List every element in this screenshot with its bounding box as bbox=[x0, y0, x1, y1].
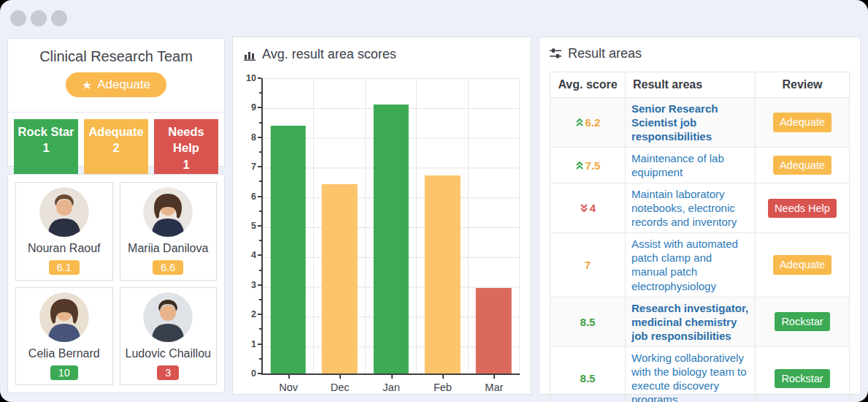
stat-label: Needs Help bbox=[155, 124, 217, 156]
y-axis-tick bbox=[259, 299, 261, 300]
team-stat-adequate: Adequate2 bbox=[84, 119, 148, 178]
avg-score-value: 7.5 bbox=[585, 159, 601, 172]
result-area-cell: Senior Research Scientist job responsibi… bbox=[626, 98, 756, 148]
chart-columns bbox=[263, 78, 520, 373]
member-score-badge: 6.1 bbox=[49, 260, 80, 275]
result-areas-table: Avg. scoreResult areasReview 6.2Senior R… bbox=[550, 72, 850, 402]
team-stat-rock-star: Rock Star1 bbox=[14, 119, 78, 178]
avg-score-cell: 4 bbox=[550, 183, 626, 233]
avg-score-cell: 8.5 bbox=[550, 297, 626, 346]
result-area-row[interactable]: 4Maintain laboratory notebooks, electron… bbox=[550, 183, 850, 233]
y-tick-label: 9 bbox=[251, 102, 256, 113]
y-axis-tick bbox=[258, 225, 261, 227]
stat-value: 1 bbox=[155, 156, 217, 172]
stat-label: Rock Star bbox=[15, 124, 77, 140]
y-axis-tick bbox=[259, 92, 261, 94]
team-members-panel: Nouran Raouf6.1Mariia Danilova6.6Celia B… bbox=[7, 174, 225, 393]
y-axis-tick bbox=[258, 373, 261, 374]
y-axis-tick bbox=[259, 328, 261, 330]
bar-chart-icon bbox=[244, 49, 256, 61]
review-badge: Needs Help bbox=[768, 199, 837, 218]
y-axis-tick bbox=[259, 240, 261, 241]
review-cell: Adequate bbox=[756, 233, 850, 297]
trend-up-icon bbox=[575, 118, 584, 127]
team-rating-label: Adequate bbox=[97, 77, 150, 92]
team-title: Clinical Research Team bbox=[8, 48, 224, 65]
member-name: Ludovic Chaillou bbox=[126, 347, 211, 360]
trend-up-icon bbox=[575, 161, 584, 170]
bar-dec[interactable] bbox=[322, 184, 358, 373]
avg-score-value: 8.5 bbox=[580, 316, 596, 328]
member-avatar bbox=[143, 292, 193, 342]
bar-nov[interactable] bbox=[270, 126, 306, 373]
review-badge: Adequate bbox=[773, 113, 831, 132]
review-badge: Adequate bbox=[773, 156, 831, 175]
chart-column-mar bbox=[469, 78, 520, 373]
result-area-row[interactable]: 7.5Maintenance of lab equipmentAdequate bbox=[550, 148, 850, 183]
chart-column-feb bbox=[417, 78, 468, 373]
x-tick-label: Dec bbox=[314, 382, 365, 393]
member-score-badge: 10 bbox=[50, 365, 78, 380]
y-axis-tick bbox=[259, 181, 261, 182]
member-name: Celia Bernard bbox=[28, 347, 100, 360]
result-areas-header: Result areas bbox=[550, 46, 850, 61]
y-tick-label: 6 bbox=[251, 191, 256, 202]
member-card-nouran-raouf[interactable]: Nouran Raouf6.1 bbox=[15, 182, 113, 281]
y-tick-label: 5 bbox=[251, 221, 256, 231]
review-cell: Needs Help bbox=[756, 183, 850, 233]
stat-label: Adequate bbox=[85, 124, 147, 140]
review-cell: Rockstar bbox=[756, 297, 850, 346]
avg-score-cell: 7 bbox=[550, 233, 626, 297]
result-area-row[interactable]: 7Assist with automated patch clamp and m… bbox=[550, 233, 850, 297]
review-cell: Rockstar bbox=[756, 346, 850, 402]
column-header-avg-score: Avg. score bbox=[550, 72, 626, 98]
x-tick-label: Feb bbox=[417, 382, 468, 393]
y-axis-tick bbox=[259, 151, 261, 153]
y-axis-tick bbox=[258, 254, 261, 256]
bar-mar[interactable] bbox=[476, 288, 512, 373]
result-area-cell: Research investigator, medicinal chemist… bbox=[626, 297, 756, 346]
y-tick-label: 0 bbox=[251, 368, 256, 379]
review-badge: Adequate bbox=[773, 255, 831, 274]
member-card-celia-bernard[interactable]: Celia Bernard10 bbox=[15, 287, 113, 386]
member-card-ludovic-chaillou[interactable]: Ludovic Chaillou3 bbox=[120, 287, 218, 386]
member-card-mariia-danilova[interactable]: Mariia Danilova6.6 bbox=[120, 182, 218, 281]
avg-score-value: 8.5 bbox=[580, 372, 596, 384]
bar-jan[interactable] bbox=[373, 105, 409, 373]
chart-plot-area bbox=[261, 78, 520, 375]
bar-feb[interactable] bbox=[425, 175, 461, 373]
y-axis-tick bbox=[259, 358, 261, 360]
y-axis-tick bbox=[258, 284, 261, 286]
result-area-row[interactable]: 8.5Working collaboratively with the biol… bbox=[550, 346, 850, 402]
result-area-cell: Maintenance of lab equipment bbox=[626, 148, 756, 183]
result-area-cell: Assist with automated patch clamp and ma… bbox=[626, 233, 756, 297]
chart-panel-header: Avg. result area scores bbox=[244, 47, 520, 62]
chart-column-nov bbox=[263, 78, 314, 373]
avg-score-value: 6.2 bbox=[585, 116, 601, 129]
trend-down-icon bbox=[580, 203, 588, 213]
review-badge: Rockstar bbox=[775, 312, 829, 331]
y-axis-tick bbox=[258, 196, 261, 197]
y-tick-label: 1 bbox=[251, 339, 256, 349]
member-score-badge: 3 bbox=[157, 365, 179, 380]
avg-score-value: 7 bbox=[585, 259, 591, 271]
chart-title: Avg. result area scores bbox=[262, 47, 396, 62]
dashboard-window: Clinical Research Team ★ Adequate Rock S… bbox=[0, 0, 868, 402]
x-axis-labels: NovDecJanFebMar bbox=[263, 382, 520, 393]
result-area-row[interactable]: 8.5Research investigator, medicinal chem… bbox=[550, 297, 850, 346]
y-axis-tick bbox=[258, 344, 261, 345]
avg-score-cell: 7.5 bbox=[550, 148, 626, 183]
x-tick-label: Jan bbox=[366, 382, 417, 393]
review-badge: Rockstar bbox=[775, 369, 829, 388]
y-axis-tick bbox=[258, 107, 261, 108]
column-header-review: Review bbox=[756, 72, 850, 98]
y-axis-tick bbox=[259, 270, 261, 271]
review-cell: Adequate bbox=[756, 98, 850, 148]
y-axis-tick bbox=[258, 137, 261, 138]
result-areas-title: Result areas bbox=[568, 46, 642, 61]
result-areas-panel: Result areas Avg. scoreResult areasRevie… bbox=[539, 37, 861, 395]
chart-column-jan bbox=[366, 78, 417, 373]
team-summary-panel: Clinical Research Team ★ Adequate Rock S… bbox=[7, 38, 225, 167]
result-area-row[interactable]: 6.2Senior Research Scientist job respons… bbox=[550, 98, 850, 148]
star-icon: ★ bbox=[82, 78, 92, 92]
